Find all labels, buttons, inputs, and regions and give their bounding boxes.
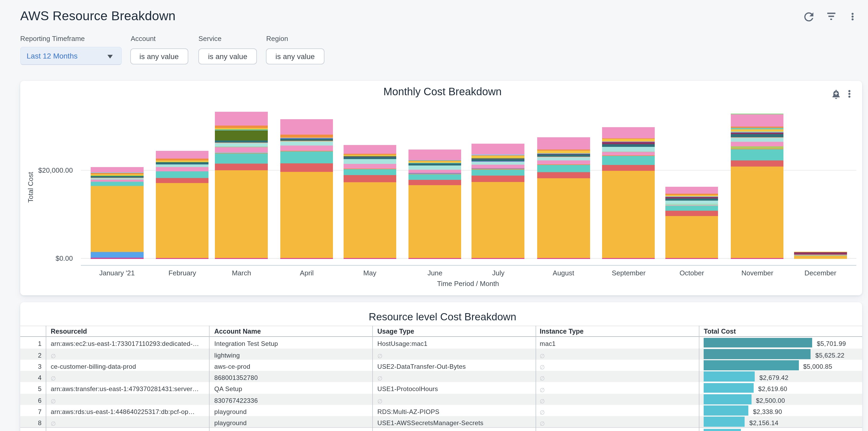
svg-text:$20,000.00: $20,000.00 [38,166,73,174]
svg-text:July: July [492,269,504,277]
svg-text:August: August [553,269,575,277]
svg-text:$0.00: $0.00 [56,254,73,262]
svg-text:May: May [363,269,376,277]
svg-text:Time Period / Month: Time Period / Month [437,280,499,287]
svg-text:April: April [300,269,314,277]
svg-text:December: December [804,269,836,277]
svg-text:March: March [232,269,251,277]
svg-text:Total Cost: Total Cost [27,172,35,203]
svg-text:February: February [168,269,196,277]
svg-text:January '21: January '21 [99,269,135,277]
svg-text:June: June [427,269,442,277]
svg-text:November: November [741,269,773,277]
svg-text:October: October [679,269,704,277]
svg-text:September: September [612,269,646,277]
